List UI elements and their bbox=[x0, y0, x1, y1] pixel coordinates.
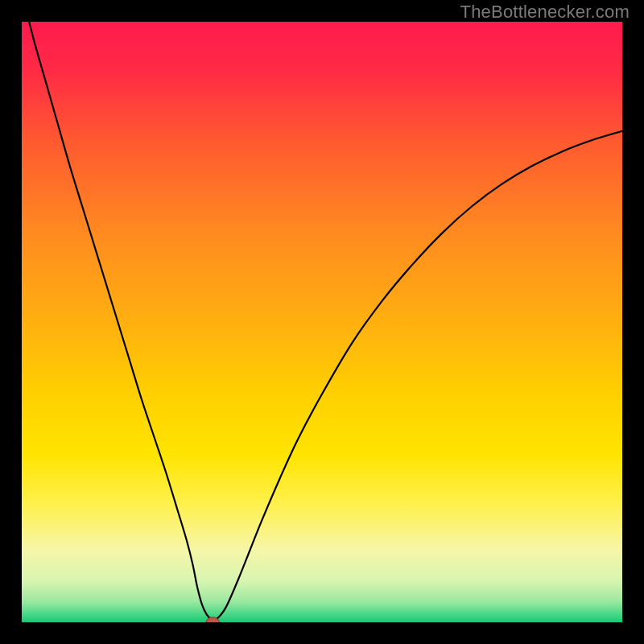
watermark-text: TheBottlenecker.com bbox=[460, 2, 630, 23]
chart-svg bbox=[22, 22, 622, 622]
gradient-background bbox=[22, 22, 622, 622]
chart-frame: TheBottlenecker.com bbox=[0, 0, 644, 644]
plot-area bbox=[22, 22, 622, 622]
